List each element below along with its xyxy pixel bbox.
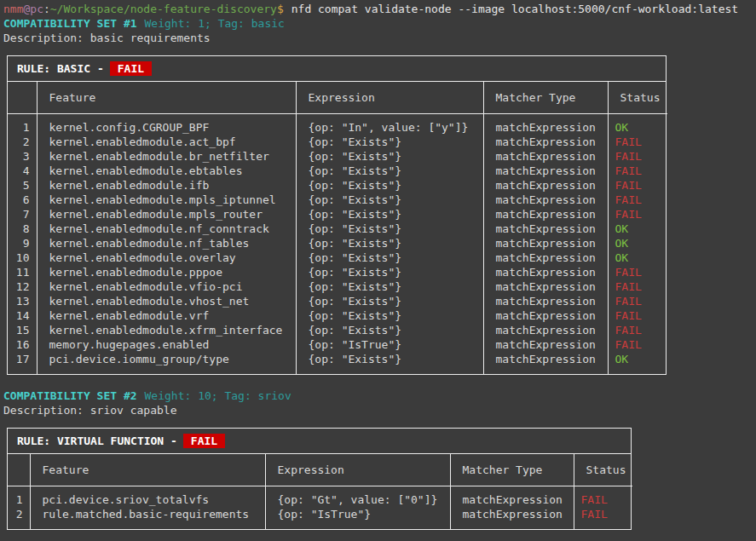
status-cell: OK	[608, 114, 667, 135]
row-number-cell: 12	[8, 279, 37, 294]
status-cell: FAIL	[574, 486, 632, 508]
table-row: 10kernel.enabledmodule.overlay{op: "Exis…	[8, 250, 667, 265]
table-row: 9kernel.enabledmodule.nf_tables{op: "Exi…	[8, 236, 667, 250]
expression-cell: {op: "Exists"}	[296, 265, 483, 279]
status-cell: FAIL	[608, 323, 667, 337]
prompt-path: ~/Workspace/node-feature-discovery	[50, 3, 277, 15]
table-row: 8kernel.enabledmodule.nf_conntrack{op: "…	[8, 222, 667, 236]
expression-cell: {op: "Exists"}	[296, 149, 483, 164]
compatibility-set-1: COMPATIBILITY SET #1Weight: 1; Tag: basi…	[3, 16, 756, 375]
feature-cell: kernel.enabledmodule.pppoe	[37, 265, 296, 279]
feature-cell: kernel.enabledmodule.mpls_iptunnel	[37, 193, 296, 207]
command-text: nfd compat validate-node --image localho…	[284, 3, 738, 15]
set-heading: COMPATIBILITY SET #1Weight: 1; Tag: basi…	[3, 16, 756, 31]
matcher-type-cell: matchExpression	[483, 207, 608, 222]
column-header-matcher-type: Matcher Type	[450, 454, 574, 486]
feature-cell: pci.device.iommu_group/type	[37, 352, 296, 374]
feature-cell: kernel.enabledmodule.mpls_router	[37, 207, 296, 222]
rule-status-badge: FAIL	[183, 434, 225, 448]
row-number-cell: 1	[8, 114, 37, 135]
row-number-cell: 14	[8, 308, 37, 323]
rule-header: RULE: VIRTUAL FUNCTION -FAIL	[8, 429, 631, 454]
table-row: 13kernel.enabledmodule.vhost_net{op: "Ex…	[8, 294, 667, 308]
expression-cell: {op: "Exists"}	[296, 250, 483, 265]
expression-cell: {op: "Exists"}	[296, 164, 483, 178]
column-header-index	[8, 82, 37, 114]
expression-cell: {op: "Exists"}	[296, 294, 483, 308]
row-number-cell: 1	[8, 486, 30, 508]
feature-cell: kernel.enabledmodule.overlay	[37, 250, 296, 265]
expression-cell: {op: "Exists"}	[296, 135, 483, 149]
row-number-cell: 6	[8, 193, 37, 207]
row-number-cell: 3	[8, 149, 37, 164]
rule-table: Feature Expression Matcher Type Status 1…	[8, 82, 667, 374]
expression-cell: {op: "Exists"}	[296, 236, 483, 250]
row-number-cell: 9	[8, 236, 37, 250]
compatibility-set-2: COMPATIBILITY SET #2Weight: 10; Tag: sri…	[3, 388, 756, 530]
table-header-row: Feature Expression Matcher Type Status	[8, 82, 667, 114]
row-number-cell: 5	[8, 178, 37, 193]
feature-cell: kernel.enabledmodule.xfrm_interface	[37, 323, 296, 337]
set-description: Description: sriov capable	[3, 403, 756, 417]
status-cell: FAIL	[608, 207, 667, 222]
feature-cell: rule.matched.basic-requirements	[30, 507, 265, 529]
status-cell: FAIL	[574, 507, 632, 529]
table-row: 5kernel.enabledmodule.ifb{op: "Exists"}m…	[8, 178, 667, 193]
rule-table: Feature Expression Matcher Type Status 1…	[8, 454, 632, 529]
feature-cell: kernel.enabledmodule.nf_tables	[37, 236, 296, 250]
set-meta: Weight: 1; Tag: basic	[137, 17, 285, 30]
matcher-type-cell: matchExpression	[483, 323, 608, 337]
status-cell: OK	[608, 250, 667, 265]
prompt-host: @pc	[23, 3, 43, 15]
matcher-type-cell: matchExpression	[483, 352, 608, 374]
row-number-cell: 15	[8, 323, 37, 337]
row-number-cell: 13	[8, 294, 37, 308]
expression-cell: {op: "Gt", value: ["0"]}	[265, 486, 450, 508]
feature-cell: kernel.enabledmodule.nf_conntrack	[37, 222, 296, 236]
table-row: 1kernel.config.CGROUP_BPF{op: "In", valu…	[8, 114, 667, 135]
table-row: 2rule.matched.basic-requirements{op: "Is…	[8, 507, 632, 529]
matcher-type-cell: matchExpression	[483, 164, 608, 178]
status-cell: FAIL	[608, 279, 667, 294]
matcher-type-cell: matchExpression	[483, 149, 608, 164]
matcher-type-cell: matchExpression	[483, 250, 608, 265]
set-meta: Weight: 10; Tag: sriov	[137, 389, 291, 402]
status-cell: OK	[608, 222, 667, 236]
status-cell: FAIL	[608, 337, 667, 352]
matcher-type-cell: matchExpression	[483, 294, 608, 308]
prompt-line: nmm@pc:~/Workspace/node-feature-discover…	[3, 2, 756, 16]
feature-cell: pci.device.sriov_totalvfs	[30, 486, 265, 508]
table-row: 2kernel.enabledmodule.act_bpf{op: "Exist…	[8, 135, 667, 149]
status-cell: FAIL	[608, 178, 667, 193]
matcher-type-cell: matchExpression	[483, 135, 608, 149]
expression-cell: {op: "Exists"}	[296, 352, 483, 374]
column-header-status: Status	[574, 454, 632, 486]
table-row: 12kernel.enabledmodule.vfio-pci{op: "Exi…	[8, 279, 667, 294]
matcher-type-cell: matchExpression	[483, 308, 608, 323]
feature-cell: kernel.enabledmodule.ebtables	[37, 164, 296, 178]
set-title: COMPATIBILITY SET #1	[3, 17, 137, 30]
prompt-colon: :	[43, 3, 50, 15]
matcher-type-cell: matchExpression	[483, 178, 608, 193]
column-header-expression: Expression	[265, 454, 450, 486]
expression-cell: {op: "In", value: ["y"]}	[296, 114, 483, 135]
table-row: 7kernel.enabledmodule.mpls_router{op: "E…	[8, 207, 667, 222]
table-row: 15kernel.enabledmodule.xfrm_interface{op…	[8, 323, 667, 337]
feature-cell: kernel.enabledmodule.vfio-pci	[37, 279, 296, 294]
matcher-type-cell: matchExpression	[483, 193, 608, 207]
row-number-cell: 17	[8, 352, 37, 374]
table-row: 14kernel.enabledmodule.vrf{op: "Exists"}…	[8, 308, 667, 323]
column-header-expression: Expression	[296, 82, 483, 114]
column-header-feature: Feature	[30, 454, 265, 486]
rule-label: RULE: VIRTUAL FUNCTION -	[17, 435, 177, 447]
expression-cell: {op: "Exists"}	[296, 308, 483, 323]
matcher-type-cell: matchExpression	[483, 279, 608, 294]
feature-cell: kernel.enabledmodule.ifb	[37, 178, 296, 193]
matcher-type-cell: matchExpression	[483, 265, 608, 279]
prompt-dollar: $	[277, 3, 284, 15]
spacer	[3, 375, 756, 388]
rule-table-virtual-function: RULE: VIRTUAL FUNCTION -FAIL Feature Exp…	[7, 428, 632, 530]
expression-cell: {op: "Exists"}	[296, 222, 483, 236]
row-number-cell: 7	[8, 207, 37, 222]
feature-cell: kernel.config.CGROUP_BPF	[37, 114, 296, 135]
